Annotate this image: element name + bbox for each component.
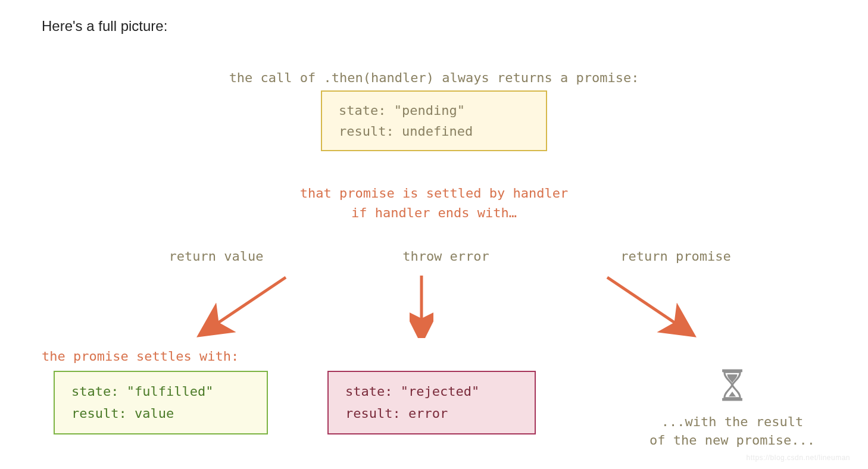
- rejected-state-box: state: "rejected" result: error: [327, 371, 536, 434]
- pending-state-line: state: "pending": [339, 100, 529, 121]
- settled-line-1: that promise is settled by handler: [42, 183, 826, 203]
- svg-line-0: [211, 277, 286, 327]
- settled-line-2: if handler ends with…: [42, 203, 826, 223]
- arrows-row: [42, 273, 826, 338]
- arrow-left-icon: [196, 273, 298, 338]
- branch-throw-error: throw error: [331, 249, 561, 264]
- arrow-center-icon: [410, 273, 433, 338]
- top-caption: the call of .then(handler) always return…: [42, 70, 826, 85]
- new-promise-line-2: of the new promise...: [601, 432, 863, 450]
- svg-line-2: [607, 277, 682, 327]
- branch-return-value: return value: [101, 249, 331, 264]
- fulfilled-result-line: result: value: [71, 402, 250, 424]
- branch-labels-row: return value throw error return promise: [42, 249, 826, 264]
- pending-result-line: result: undefined: [339, 121, 529, 142]
- arrow-right-icon: [595, 273, 697, 338]
- promise-diagram: the call of .then(handler) always return…: [42, 52, 826, 469]
- settled-by-handler-text: that promise is settled by handler if ha…: [42, 183, 826, 223]
- page-heading: Here's a full picture:: [42, 18, 826, 35]
- hourglass-icon: [717, 368, 747, 402]
- branch-return-promise: return promise: [561, 249, 791, 264]
- fulfilled-state-box: state: "fulfilled" result: value: [54, 371, 268, 434]
- fulfilled-state-line: state: "fulfilled": [71, 380, 250, 402]
- rejected-state-line: state: "rejected": [345, 380, 518, 402]
- rejected-result-line: result: error: [345, 402, 518, 424]
- settles-with-label: the promise settles with:: [42, 349, 239, 364]
- pending-state-box: state: "pending" result: undefined: [321, 90, 547, 151]
- watermark: https://blog.csdn.net/lineuman: [747, 454, 850, 462]
- new-promise-text: ...with the result of the new promise...: [601, 413, 863, 450]
- new-promise-line-1: ...with the result: [601, 413, 863, 432]
- return-promise-area: ...with the result of the new promise...: [601, 368, 863, 450]
